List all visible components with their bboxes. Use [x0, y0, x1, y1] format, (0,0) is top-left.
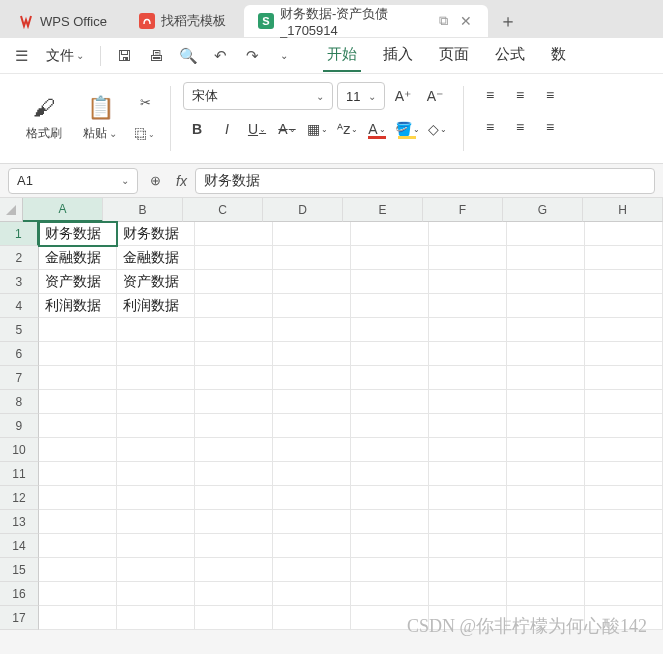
- cell[interactable]: [507, 606, 585, 630]
- cell[interactable]: [351, 510, 429, 534]
- cell[interactable]: [117, 342, 195, 366]
- cell[interactable]: [429, 606, 507, 630]
- cell[interactable]: [429, 534, 507, 558]
- cell[interactable]: [117, 318, 195, 342]
- copy-button[interactable]: ⿻⌄: [132, 122, 158, 148]
- tab-docer[interactable]: 找稻壳模板: [125, 5, 240, 37]
- row-header[interactable]: 1: [0, 222, 39, 246]
- cell[interactable]: [273, 342, 351, 366]
- cell[interactable]: [429, 462, 507, 486]
- cell[interactable]: [273, 246, 351, 270]
- cell[interactable]: [195, 558, 273, 582]
- cell[interactable]: [585, 462, 663, 486]
- tab-wps-office[interactable]: WPS Office: [4, 5, 121, 37]
- new-tab-button[interactable]: ＋: [492, 5, 524, 37]
- cell[interactable]: [429, 270, 507, 294]
- column-header[interactable]: A: [23, 198, 103, 222]
- fill-color-button[interactable]: 🪣⌄: [393, 116, 421, 142]
- cell[interactable]: [507, 246, 585, 270]
- cell[interactable]: [39, 606, 117, 630]
- cell[interactable]: [585, 414, 663, 438]
- cell[interactable]: [585, 246, 663, 270]
- align-left-button[interactable]: ≡: [476, 114, 504, 140]
- cell[interactable]: [351, 582, 429, 606]
- tab-document[interactable]: S 财务数据-资产负债_1705914 ⧉ ✕: [244, 5, 488, 37]
- border-button[interactable]: ▦⌄: [303, 116, 331, 142]
- cell[interactable]: [351, 414, 429, 438]
- cell[interactable]: [39, 558, 117, 582]
- cell[interactable]: [39, 366, 117, 390]
- cell[interactable]: [585, 534, 663, 558]
- row-header[interactable]: 7: [0, 366, 39, 390]
- cell[interactable]: [585, 366, 663, 390]
- cell[interactable]: [585, 582, 663, 606]
- row-header[interactable]: 15: [0, 558, 39, 582]
- row-header[interactable]: 10: [0, 438, 39, 462]
- cell[interactable]: [273, 294, 351, 318]
- cell[interactable]: [117, 510, 195, 534]
- column-header[interactable]: G: [503, 198, 583, 222]
- cell[interactable]: [585, 222, 663, 246]
- cell[interactable]: [507, 318, 585, 342]
- cell[interactable]: [429, 318, 507, 342]
- cell[interactable]: [351, 438, 429, 462]
- cell[interactable]: [585, 390, 663, 414]
- cell[interactable]: [39, 390, 117, 414]
- row-header[interactable]: 12: [0, 486, 39, 510]
- cell[interactable]: [273, 318, 351, 342]
- cell[interactable]: [351, 222, 429, 246]
- cell[interactable]: [195, 510, 273, 534]
- cell[interactable]: [429, 390, 507, 414]
- row-header[interactable]: 17: [0, 606, 39, 630]
- cell[interactable]: [585, 486, 663, 510]
- phonetic-button[interactable]: ᴬᴢ⌄: [333, 116, 361, 142]
- cell[interactable]: [585, 294, 663, 318]
- cell[interactable]: [429, 342, 507, 366]
- cell[interactable]: 金融数据: [117, 246, 195, 270]
- cell[interactable]: [273, 486, 351, 510]
- cell[interactable]: [195, 342, 273, 366]
- cell[interactable]: [195, 390, 273, 414]
- increase-font-button[interactable]: A⁺: [389, 83, 417, 109]
- cell[interactable]: [507, 558, 585, 582]
- clear-format-button[interactable]: ◇⌄: [423, 116, 451, 142]
- underline-button[interactable]: U⌄: [243, 116, 271, 142]
- row-header[interactable]: 11: [0, 462, 39, 486]
- name-box[interactable]: A1 ⌄: [8, 168, 138, 194]
- cell[interactable]: [429, 414, 507, 438]
- cell[interactable]: [507, 294, 585, 318]
- cell[interactable]: [117, 582, 195, 606]
- row-header[interactable]: 14: [0, 534, 39, 558]
- cell[interactable]: [507, 414, 585, 438]
- column-header[interactable]: F: [423, 198, 503, 222]
- cell[interactable]: [117, 438, 195, 462]
- column-header[interactable]: C: [183, 198, 263, 222]
- cell[interactable]: [351, 294, 429, 318]
- italic-button[interactable]: I: [213, 116, 241, 142]
- cell[interactable]: [273, 582, 351, 606]
- cell[interactable]: [39, 582, 117, 606]
- row-header[interactable]: 3: [0, 270, 39, 294]
- cell[interactable]: 财务数据: [117, 222, 195, 246]
- cell[interactable]: [351, 558, 429, 582]
- column-header[interactable]: E: [343, 198, 423, 222]
- cell[interactable]: [273, 438, 351, 462]
- cell[interactable]: [585, 510, 663, 534]
- decrease-font-button[interactable]: A⁻: [421, 83, 449, 109]
- tab-start[interactable]: 开始: [323, 39, 361, 72]
- cell[interactable]: [585, 342, 663, 366]
- cell[interactable]: [507, 342, 585, 366]
- cell[interactable]: [195, 606, 273, 630]
- cell[interactable]: [195, 366, 273, 390]
- cell[interactable]: [195, 246, 273, 270]
- align-top-button[interactable]: ≡: [476, 82, 504, 108]
- expand-formula-button[interactable]: ⊕: [142, 168, 168, 194]
- redo-button[interactable]: ↷: [239, 43, 265, 69]
- cell[interactable]: [195, 534, 273, 558]
- cell[interactable]: [429, 558, 507, 582]
- cell[interactable]: [39, 342, 117, 366]
- cut-button[interactable]: ✂: [132, 90, 158, 116]
- column-header[interactable]: H: [583, 198, 663, 222]
- cell[interactable]: [507, 582, 585, 606]
- undo-button[interactable]: ↶: [207, 43, 233, 69]
